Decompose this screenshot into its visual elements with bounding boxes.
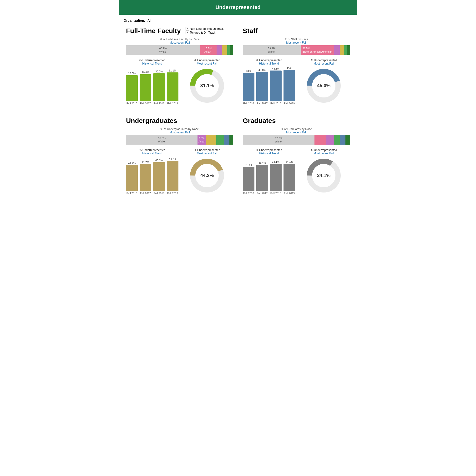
undergrads-race-bar-subtitle: % of Undergraduates by Race Most recent … — [126, 127, 233, 134]
bar-label: Fall 2016 — [126, 192, 137, 195]
graduates-trend-link[interactable]: Historical Trend — [259, 152, 279, 155]
race-segment-5 — [347, 45, 350, 55]
graduates-donut-container: 34.1% — [298, 156, 350, 195]
faculty-donut-svg: 31.1% — [188, 67, 226, 105]
bar-rect — [270, 164, 282, 191]
bar-item: 44.2%Fall 2019 — [167, 157, 178, 195]
bar-value: 41.7% — [142, 161, 149, 164]
faculty-donut-link[interactable]: Most recent Fall — [197, 62, 217, 65]
bar-label: Fall 2017 — [257, 192, 268, 195]
bar-item: 41.7%Fall 2017 — [140, 161, 151, 195]
graduates-race-bar: 62.9% White — [243, 135, 350, 145]
bar-value: 43% — [246, 69, 251, 72]
bar-value: 45% — [287, 67, 292, 69]
checkbox-nontenured[interactable]: ✓ — [186, 27, 189, 31]
bar-label: Fall 2018 — [154, 192, 164, 195]
race-segment-3 — [340, 45, 344, 55]
bar-item: 43.1%Fall 2018 — [153, 159, 165, 195]
race-segment-0: 62.9% White — [243, 135, 314, 145]
bar-label: Fall 2019 — [284, 192, 295, 195]
bar-item: 29.4%Fall 2017 — [140, 71, 151, 105]
staff-trend-link[interactable]: Historical Trend — [259, 62, 279, 65]
legend-item-tenured: ✓ Tenured & On-Track — [186, 31, 223, 34]
race-segment-5 — [229, 135, 233, 145]
race-segment-3 — [216, 135, 224, 145]
bar-value: 44.8% — [272, 67, 279, 70]
race-segment-0: 68.9% White — [126, 45, 200, 55]
undergrads-donut-svg: 44.2% — [188, 156, 226, 195]
bar-value: 31.1% — [169, 69, 176, 72]
faculty-trend-link[interactable]: Historical Trend — [142, 62, 162, 65]
faculty-trend: % Underrepresented Historical Trend 28.5… — [126, 59, 178, 105]
bar-item: 33.4%Fall 2017 — [256, 161, 268, 195]
faculty-legend: ✓ Non-tenured, Not on Track ✓ Tenured & … — [186, 27, 223, 34]
bar-rect — [153, 162, 165, 191]
undergrads-donut-link[interactable]: Most recent Fall — [197, 152, 217, 155]
svg-text:45.0%: 45.0% — [317, 83, 331, 88]
staff-trend: % Underrepresented Historical Trend 43%F… — [243, 59, 295, 105]
race-segment-4 — [227, 45, 231, 55]
staff-donut-link[interactable]: Most recent Fall — [314, 62, 334, 65]
bar-label: Fall 2019 — [284, 102, 295, 105]
race-segment-3 — [334, 135, 340, 145]
bar-label: Fall 2017 — [257, 102, 268, 105]
bar-value: 30.2% — [155, 70, 163, 73]
graduates-charts: % Underrepresented Historical Trend 31.9… — [243, 148, 350, 195]
undergrads-donut: % Underrepresented Most recent Fall 44.2… — [181, 148, 233, 195]
race-segment-0: 55.3% White — [126, 135, 198, 145]
bar-item: 31.9%Fall 2016 — [243, 164, 255, 195]
race-segment-2 — [217, 45, 222, 55]
staff-title: Staff — [243, 27, 257, 35]
section-graduates: Graduates % of Graduates by Race Most re… — [238, 112, 355, 199]
bar-value: 28.5% — [128, 72, 136, 75]
bar-label: Fall 2019 — [167, 102, 178, 105]
section-undergrads: Undergraduates % of Undergraduates by Ra… — [121, 112, 238, 199]
faculty-donut: % Underrepresented Most recent Fall 31.1… — [181, 59, 233, 105]
bar-label: Fall 2017 — [140, 192, 151, 195]
race-segment-0: 53.9% White — [243, 45, 301, 55]
bar-label: Fall 2018 — [271, 192, 281, 195]
main-grid: Full-Time Faculty ✓ Non-tenured, Not on … — [119, 25, 357, 199]
bar-value: 34.1% — [272, 160, 279, 163]
bar-value: 33.4% — [258, 161, 266, 164]
race-segment-1: 6.6% Asian — [198, 135, 206, 145]
undergrads-donut-container: 44.2% — [181, 156, 233, 195]
race-segment-4 — [224, 135, 229, 145]
graduates-race-bar-subtitle: % of Graduates by Race Most recent Fall — [243, 127, 350, 134]
bar-rect — [153, 73, 165, 101]
bar-item: 45%Fall 2019 — [284, 67, 295, 105]
race-segment-5 — [230, 45, 233, 55]
bar-rect — [243, 73, 255, 101]
bar-item: 41.2%Fall 2016 — [126, 162, 138, 195]
bar-label: Fall 2016 — [126, 102, 137, 105]
faculty-bar-chart: 28.5%Fall 201629.4%Fall 201730.2%Fall 20… — [126, 67, 178, 105]
staff-donut-svg: 45.0% — [305, 67, 343, 105]
legend-label-tenured: Tenured & On-Track — [190, 31, 216, 34]
staff-race-bar: 53.9% White31.5% Black or African Americ… — [243, 45, 350, 55]
bar-value: 43.1% — [155, 159, 163, 162]
graduates-donut-link[interactable]: Most recent Fall — [314, 152, 334, 155]
race-segment-1: 31.5% Black or African American — [301, 45, 335, 55]
org-value: All — [148, 18, 151, 22]
staff-race-bar-link[interactable]: Most recent Fall — [286, 41, 306, 44]
bar-label: Fall 2017 — [140, 102, 151, 105]
faculty-race-bar: 68.9% White15.5% Asian — [126, 45, 233, 55]
bar-value: 44.2% — [169, 157, 176, 160]
faculty-donut-container: 31.1% — [181, 67, 233, 105]
bar-rect — [256, 165, 268, 191]
bar-rect — [256, 72, 268, 101]
faculty-race-bar-link[interactable]: Most recent Fall — [170, 41, 190, 44]
checkbox-tenured[interactable]: ✓ — [186, 31, 189, 34]
graduates-race-bar-link[interactable]: Most recent Fall — [286, 131, 306, 134]
undergrads-trend-link[interactable]: Historical Trend — [142, 152, 162, 155]
race-segment-5 — [345, 135, 350, 145]
graduates-donut-svg: 34.1% — [305, 156, 343, 195]
bar-item: 31.1%Fall 2019 — [167, 69, 178, 105]
race-segment-4 — [340, 135, 345, 145]
bar-item: 28.5%Fall 2016 — [126, 72, 138, 105]
bar-item: 30.2%Fall 2018 — [153, 70, 165, 105]
race-segment-4 — [344, 45, 347, 55]
staff-charts: % Underrepresented Historical Trend 43%F… — [243, 59, 350, 105]
undergrads-race-bar-link[interactable]: Most recent Fall — [170, 131, 190, 134]
graduates-bar-chart: 31.9%Fall 201633.4%Fall 201734.1%Fall 20… — [243, 156, 295, 195]
